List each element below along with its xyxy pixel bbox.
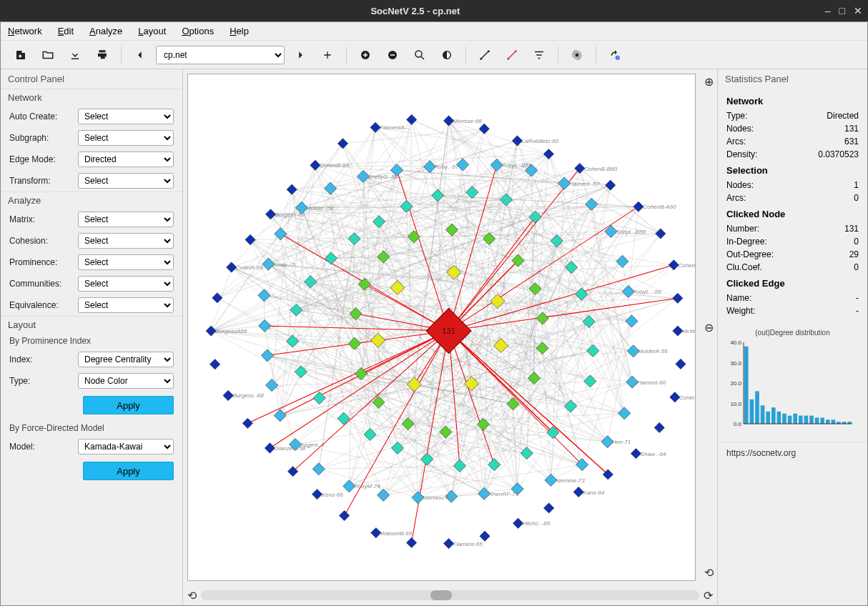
remove-node-icon[interactable] [381, 44, 404, 66]
communities-select[interactable]: Select [78, 276, 174, 292]
menu-options[interactable]: Options [182, 26, 214, 36]
svg-rect-559 [206, 326, 216, 336]
svg-text:Morisse-66: Morisse-66 [453, 118, 483, 124]
menu-network[interactable]: Network [8, 26, 42, 36]
remove-edge-icon[interactable] [500, 44, 523, 66]
matrix-select[interactable]: Select [78, 212, 174, 227]
svg-text:RhenRF-73: RhenRF-73 [488, 491, 518, 497]
svg-rect-652 [408, 230, 420, 242]
ce-name-v: - [856, 293, 859, 303]
apply-force-button[interactable]: Apply [83, 462, 174, 480]
rotate-cw-icon[interactable]: ⟳ [704, 589, 713, 602]
svg-rect-542 [654, 422, 664, 432]
svg-line-150 [375, 127, 397, 170]
subgraph-label: Subgraph: [9, 133, 74, 143]
svg-text:(---: (--- [276, 382, 284, 389]
menu-layout[interactable]: Layout [138, 26, 166, 36]
hscroll[interactable] [201, 590, 699, 600]
model-select[interactable]: Kamada-Kawai [78, 439, 174, 454]
svg-line-403 [280, 234, 292, 341]
close-icon[interactable]: ✕ [854, 5, 862, 16]
svg-text:Nieminu-74: Nieminu-74 [423, 495, 453, 501]
svg-rect-578 [673, 293, 683, 303]
svg-text:Roby..-57: Roby..-57 [434, 164, 459, 170]
menu-help[interactable]: Help [230, 26, 249, 36]
download-icon[interactable] [64, 44, 87, 66]
svg-rect-712 [744, 347, 749, 424]
help-icon[interactable]: ? [603, 44, 626, 66]
subgraph-select[interactable]: Select [78, 130, 174, 146]
svg-rect-541 [670, 392, 680, 402]
minimize-icon[interactable]: – [825, 5, 831, 16]
svg-rect-722 [799, 416, 803, 424]
index-select[interactable]: Degree Centrality [78, 352, 174, 367]
auto-create-label: Auto Create: [9, 111, 74, 121]
print-icon[interactable] [91, 44, 114, 66]
svg-rect-539 [673, 326, 683, 336]
prominence-label: Prominence: [9, 257, 74, 267]
svg-text:Cohen-.1864: Cohen-.1864 [679, 394, 695, 401]
file-selector[interactable]: cp.net [156, 46, 285, 64]
add-node-icon[interactable] [354, 44, 377, 66]
filter-icon[interactable] [528, 44, 551, 66]
svg-rect-590 [312, 463, 325, 475]
ce-name-k: Name: [726, 293, 751, 303]
add-edge-icon[interactable] [473, 44, 496, 66]
equivalence-select[interactable]: Select [78, 297, 174, 313]
graph-canvas[interactable]: 131McWhinn-64Cohen-.1864Shaw..-64Kanz-64… [187, 74, 696, 581]
stats-clicked-edge-title: Clicked Edge [726, 278, 859, 289]
cn-in-v: 0 [854, 237, 859, 247]
stat-density-k: Density: [726, 149, 757, 159]
svg-text:Flament-60: Flament-60 [636, 379, 666, 386]
svg-text:McWhinn-64: McWhinn-64 [682, 328, 695, 334]
open-file-icon[interactable] [36, 44, 59, 66]
svg-text:RobyM-74: RobyM-74 [353, 483, 380, 490]
sel-arcs-k: Arcs: [726, 193, 746, 203]
menu-analyze[interactable]: Analyze [89, 26, 122, 36]
apply-prominence-button[interactable]: Apply [83, 396, 174, 414]
svg-rect-720 [788, 416, 792, 424]
svg-rect-618 [453, 460, 465, 472]
svg-rect-713 [750, 399, 754, 424]
node-props-icon[interactable] [435, 44, 458, 66]
menu-edit[interactable]: Edit [58, 26, 74, 36]
type-select[interactable]: Node Color [78, 373, 174, 389]
toolbar: cp.net ? [1, 41, 867, 69]
svg-text:Hee-71: Hee-71 [612, 439, 631, 445]
zoom-in-icon[interactable]: ⊕ [704, 75, 714, 89]
maximize-icon[interactable]: □ [839, 5, 845, 16]
new-file-icon[interactable] [9, 44, 32, 66]
next-icon[interactable] [289, 44, 312, 66]
prominence-select[interactable]: Select [78, 254, 174, 270]
window-title: SocNetV 2.5 - cp.net [6, 6, 825, 16]
svg-text:Shaw..-5..: Shaw..-5.. [272, 262, 298, 268]
chart-title: (out)Degree distribution [726, 329, 859, 337]
model-label: Model: [9, 442, 74, 452]
by-force-title: By Force-Directed Model [1, 420, 182, 436]
zoom-reset-icon[interactable]: ⟲ [704, 566, 714, 580]
svg-rect-714 [755, 391, 759, 424]
svg-text:LaRobilletz-60: LaRobilletz-60 [522, 138, 559, 144]
add-icon[interactable] [316, 44, 339, 66]
edge-mode-select[interactable]: Directed [78, 152, 174, 167]
svg-text:Hitchc..-65: Hitchc..-65 [523, 520, 551, 527]
cohesion-select[interactable]: Select [78, 233, 174, 249]
svg-rect-566 [337, 139, 347, 149]
rotate-ccw-icon[interactable]: ⟲ [187, 589, 197, 602]
svg-text:10.0: 10.0 [730, 401, 741, 407]
zoom-out-icon[interactable]: ⊖ [704, 321, 714, 334]
svg-rect-641 [584, 375, 596, 387]
settings-icon[interactable] [566, 44, 588, 66]
transform-label: Transform: [9, 176, 74, 186]
svg-rect-552 [339, 510, 349, 520]
transform-select[interactable]: Select [78, 173, 174, 189]
prev-icon[interactable] [129, 44, 152, 66]
auto-create-select[interactable]: Select [78, 109, 174, 124]
svg-rect-612 [626, 315, 638, 327]
search-icon[interactable] [408, 44, 431, 66]
svg-line-477 [581, 294, 632, 382]
svg-rect-563 [265, 209, 275, 219]
svg-text:Rogers.-7..: Rogers.-7.. [300, 442, 328, 448]
svg-rect-545 [573, 487, 583, 497]
svg-text:40.0: 40.0 [730, 339, 741, 346]
